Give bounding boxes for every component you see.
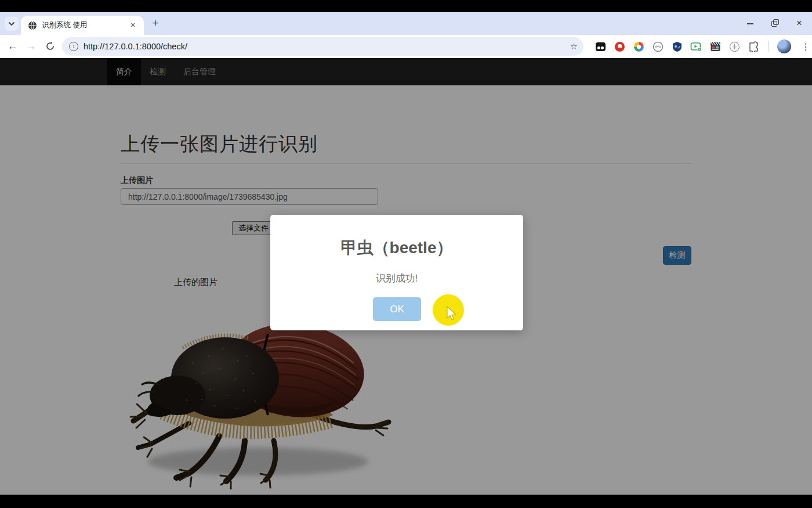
page-viewport: 简介 检测 后台管理 上传一张图片进行识别 上传图片 选择文件 检测 上传的图片	[0, 58, 812, 495]
new-tab-button[interactable]: +	[148, 17, 162, 31]
window-minimize-button[interactable]	[746, 19, 755, 28]
window-close-button[interactable]: ×	[795, 19, 804, 28]
extensions-row: ⋮	[594, 40, 812, 53]
toolbar-divider	[768, 41, 768, 52]
tab-search-button[interactable]	[5, 17, 19, 31]
globe-favicon-icon	[28, 21, 37, 30]
color-ring-extension-icon[interactable]	[633, 41, 644, 52]
window-controls: ×	[746, 16, 809, 31]
result-modal: 甲虫（beetle） 识别成功! OK	[270, 215, 523, 330]
browser-toolbar: ← → i http://127.0.0.1:8000/check/ ☆	[0, 35, 812, 58]
tab-title: 识别系统 使用	[42, 20, 128, 30]
circle-brackets-extension-icon[interactable]	[652, 41, 664, 52]
browser-menu-icon[interactable]: ⋮	[799, 41, 812, 52]
back-icon[interactable]: ←	[6, 39, 20, 53]
blue-shield-extension-icon[interactable]	[671, 41, 683, 52]
profile-avatar[interactable]	[777, 39, 791, 53]
forward-icon[interactable]: →	[24, 39, 38, 53]
browser-tab-active[interactable]: 识别系统 使用 ×	[21, 16, 144, 35]
window-restore-button[interactable]	[770, 19, 780, 28]
chevron-down-icon	[8, 20, 15, 27]
tab-close-icon[interactable]: ×	[128, 20, 138, 31]
black-mask-extension-icon[interactable]	[594, 41, 606, 52]
browser-tabstrip: 识别系统 使用 × + ×	[0, 12, 812, 35]
clapperboard-extension-icon[interactable]	[709, 41, 721, 52]
video-capture-extension-icon[interactable]	[690, 41, 702, 52]
ok-button[interactable]: OK	[373, 297, 421, 321]
bookmark-star-icon[interactable]: ☆	[570, 41, 578, 52]
mouse-cursor-icon	[445, 306, 457, 321]
red-hand-extension-icon[interactable]	[614, 41, 625, 52]
result-message: 识别成功!	[270, 272, 523, 285]
site-info-icon[interactable]: i	[69, 42, 78, 51]
url-text[interactable]: http://127.0.0.1:8000/check/	[84, 42, 566, 51]
extensions-puzzle-icon[interactable]	[748, 41, 759, 52]
tree-circle-extension-icon[interactable]	[728, 41, 740, 52]
reload-icon[interactable]	[43, 39, 57, 53]
address-bar[interactable]: i http://127.0.0.1:8000/check/ ☆	[62, 37, 583, 56]
screen-recording-frame: 识别系统 使用 × + × ← → i http://127.0.0.1:800…	[0, 0, 812, 508]
result-title: 甲虫（beetle）	[270, 237, 523, 259]
